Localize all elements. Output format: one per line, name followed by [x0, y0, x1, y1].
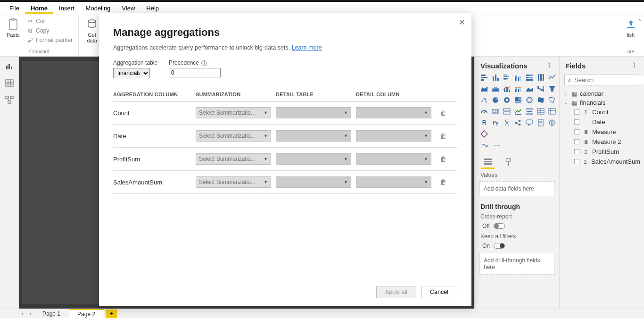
detail-column-select[interactable]: ▼	[356, 153, 431, 165]
apply-all-button[interactable]: Apply all	[376, 286, 416, 298]
agg-row-profitsum: ProfitSum Select Summarizatio...▼ ▼ ▼ 🗑	[113, 148, 457, 171]
aggregation-table: AGGREGATION COLUMN SUMMARIZATION DETAIL …	[113, 88, 457, 194]
chevron-down-icon: ▼	[424, 134, 428, 138]
chevron-down-icon: ▼	[424, 110, 428, 115]
chevron-down-icon: ▼	[424, 157, 428, 161]
dialog-footer: Apply all Cancel	[113, 280, 457, 298]
agg-table-label: Aggregation table	[113, 59, 157, 66]
dialog-description: Aggregations accelerate query performanc…	[113, 44, 457, 51]
precedence-label: Precedence i	[169, 59, 221, 66]
delete-row-button[interactable]: 🗑	[436, 178, 450, 186]
chevron-down-icon: ▼	[264, 110, 268, 115]
chevron-down-icon: ▼	[264, 134, 268, 138]
dialog-close-button[interactable]: ✕	[459, 18, 465, 27]
summarization-select[interactable]: Select Summarizatio...▼	[196, 107, 271, 118]
dialog-backdrop: ✕ Manage aggregations Aggregations accel…	[0, 0, 644, 318]
summarization-select[interactable]: Select Summarizatio...▼	[196, 153, 271, 165]
detail-table-select[interactable]: ▼	[276, 107, 351, 118]
detail-column-select[interactable]: ▼	[356, 176, 431, 188]
delete-row-button[interactable]: 🗑	[436, 132, 450, 140]
chevron-down-icon: ▼	[424, 180, 428, 184]
detail-column-select[interactable]: ▼	[356, 107, 431, 118]
detail-column-select[interactable]: ▼	[356, 130, 431, 142]
chevron-down-icon: ▼	[344, 180, 348, 184]
agg-row-count: Count Select Summarizatio...▼ ▼ ▼ 🗑	[113, 101, 457, 125]
detail-table-select[interactable]: ▼	[276, 130, 351, 142]
summarization-select[interactable]: Select Summarizatio...▼	[196, 176, 271, 188]
precedence-input[interactable]	[169, 68, 221, 77]
detail-table-select[interactable]: ▼	[276, 153, 351, 165]
agg-row-salesamountsum: SalesAmountSum Select Summarizatio...▼ ▼…	[113, 171, 457, 194]
agg-table-select[interactable]: financials	[113, 68, 150, 78]
delete-row-button[interactable]: 🗑	[436, 109, 450, 117]
dialog-title: Manage aggregations	[113, 26, 457, 39]
summarization-select[interactable]: Select Summarizatio...▼	[196, 130, 271, 142]
delete-row-button[interactable]: 🗑	[436, 155, 450, 163]
learn-more-link[interactable]: Learn more	[292, 44, 322, 51]
info-icon[interactable]: i	[201, 60, 207, 66]
cancel-button[interactable]: Cancel	[421, 286, 457, 298]
manage-aggregations-dialog: ✕ Manage aggregations Aggregations accel…	[99, 13, 471, 306]
detail-table-select[interactable]: ▼	[276, 176, 351, 188]
agg-row-date: Date Select Summarizatio...▼ ▼ ▼ 🗑	[113, 125, 457, 148]
chevron-down-icon: ▼	[264, 180, 268, 184]
chevron-down-icon: ▼	[344, 157, 348, 161]
agg-table-header: AGGREGATION COLUMN SUMMARIZATION DETAIL …	[113, 88, 457, 101]
chevron-down-icon: ▼	[264, 157, 268, 161]
chevron-down-icon: ▼	[344, 110, 348, 115]
chevron-down-icon: ▼	[344, 134, 348, 138]
